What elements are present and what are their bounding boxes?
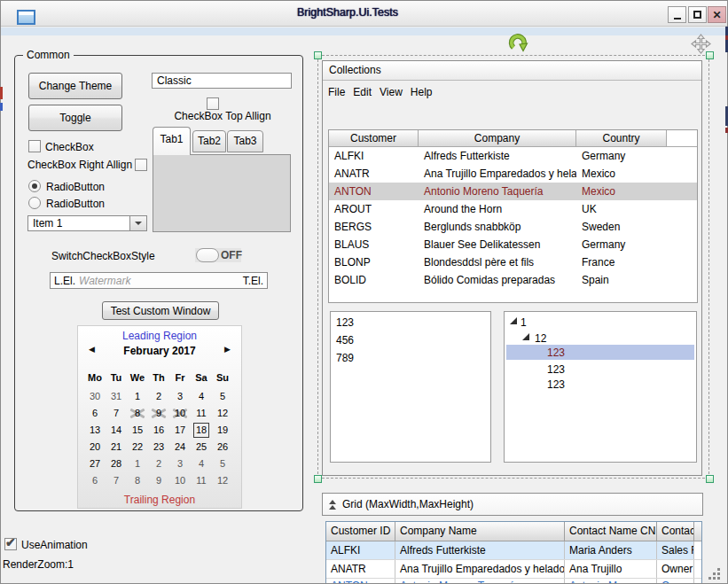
watermark-textbox[interactable]: L.El. Watermark T.El. bbox=[50, 272, 268, 289]
minimize-button[interactable] bbox=[668, 6, 686, 23]
maximize-button[interactable] bbox=[688, 6, 707, 23]
calendar-day[interactable]: 3 bbox=[169, 388, 191, 405]
calendar-day[interactable]: 5 bbox=[212, 456, 233, 472]
calendar-day[interactable]: 21 bbox=[106, 439, 127, 456]
tree-expander-icon-2[interactable] bbox=[522, 333, 529, 340]
selection-handle-topleft[interactable] bbox=[314, 51, 322, 59]
collapse-icon[interactable] bbox=[329, 500, 337, 510]
tab-tab3[interactable]: Tab3 bbox=[227, 130, 263, 152]
calendar-day[interactable]: 1 bbox=[127, 456, 148, 472]
bottom-datagrid[interactable]: Customer IDCompany NameContact Name CNCo… bbox=[325, 521, 702, 584]
table-row[interactable]: ANTONAntonio Moreno TaqueríaMexico bbox=[329, 183, 697, 200]
use-animation-checkbox[interactable]: ✔ bbox=[4, 538, 17, 550]
tree-root-label[interactable]: 1 bbox=[521, 315, 527, 330]
calendar-day[interactable]: 14 bbox=[106, 422, 127, 439]
numbers-listbox[interactable]: 123456789 bbox=[330, 311, 491, 463]
theme-textbox[interactable]: Classic bbox=[152, 73, 292, 89]
tree-child-label[interactable]: 12 bbox=[535, 331, 546, 346]
calendar-day[interactable]: 15 bbox=[127, 422, 148, 439]
treeview[interactable]: 1 12 123 123 123 bbox=[504, 311, 697, 463]
collections-header[interactable]: Collections bbox=[323, 61, 701, 81]
change-theme-button[interactable]: Change Theme bbox=[28, 73, 122, 99]
calendar-day[interactable]: 26 bbox=[212, 439, 233, 456]
list-item[interactable]: 456 bbox=[331, 331, 490, 349]
menu-item-edit[interactable]: Edit bbox=[349, 82, 375, 102]
checkbox-right-align[interactable] bbox=[135, 159, 147, 171]
calendar[interactable]: Leading Region ◀ February 2017 ▶ MoTuWeT… bbox=[77, 325, 242, 509]
tree-expander-icon[interactable] bbox=[510, 317, 517, 324]
item-combobox[interactable]: Item 1 bbox=[27, 215, 147, 231]
grid-expander-header[interactable]: Grid (MaxWidth,MaxHeight) bbox=[322, 493, 703, 516]
selection-handle-bottomright[interactable] bbox=[706, 475, 714, 483]
calendar-day[interactable]: 13 bbox=[84, 422, 106, 439]
test-custom-window-button[interactable]: Test Custom Window bbox=[102, 301, 219, 320]
resize-grip[interactable] bbox=[708, 568, 723, 582]
table-row[interactable]: AROUTAround the HornUK bbox=[329, 200, 697, 218]
calendar-day[interactable]: 18 bbox=[193, 423, 209, 438]
column-header[interactable]: Country bbox=[576, 130, 667, 147]
table-row[interactable]: ANATRAna Trujillo Emparedados y heladosA… bbox=[326, 560, 701, 579]
list-item[interactable]: 789 bbox=[331, 349, 490, 367]
column-header[interactable]: Customer ID bbox=[326, 522, 395, 541]
table-row[interactable]: ANATRAna Trujillo Emparedados y helaMexi… bbox=[329, 165, 697, 183]
calendar-day[interactable]: 3 bbox=[169, 456, 191, 472]
calendar-day[interactable]: 25 bbox=[191, 439, 212, 456]
close-button[interactable]: ✕ bbox=[708, 6, 726, 23]
calendar-month-label[interactable]: February 2017 bbox=[78, 345, 241, 357]
calendar-day[interactable]: 8 bbox=[127, 405, 148, 422]
tab-tab2[interactable]: Tab2 bbox=[192, 130, 226, 152]
table-row[interactable]: BLONPBlondesddsl père et filsFrance bbox=[329, 253, 697, 271]
calendar-day[interactable]: 11 bbox=[191, 472, 212, 489]
calendar-day[interactable]: 6 bbox=[84, 405, 106, 422]
calendar-day[interactable]: 31 bbox=[106, 388, 127, 405]
table-row[interactable]: ALFKIAlfreds FutterkisteGermany bbox=[329, 147, 697, 165]
title-bar[interactable]: BrightSharp.Ui.Tests ✕ bbox=[0, 0, 728, 27]
calendar-day[interactable]: 30 bbox=[84, 388, 106, 405]
calendar-day[interactable]: 16 bbox=[148, 422, 169, 439]
calendar-day[interactable]: 8 bbox=[127, 472, 148, 489]
tab-tab1[interactable]: Tab1 bbox=[153, 127, 191, 155]
menu-item-view[interactable]: View bbox=[376, 82, 406, 102]
table-row[interactable]: ANTONAntonio Moreno TaqueríaAntonio More… bbox=[326, 579, 701, 584]
calendar-day[interactable]: 4 bbox=[191, 388, 212, 405]
selection-handle-topright[interactable] bbox=[706, 51, 714, 59]
table-row[interactable]: BOLIDBólido Comidas preparadasSpain bbox=[329, 271, 697, 289]
toggle-button[interactable]: Toggle bbox=[28, 105, 122, 131]
menu-item-file[interactable]: File bbox=[325, 82, 348, 102]
column-header[interactable]: Company bbox=[419, 130, 576, 147]
tree-leaf-2[interactable]: 123 bbox=[547, 362, 565, 377]
calendar-day[interactable]: 19 bbox=[212, 422, 233, 439]
column-header[interactable]: Contact Name CN bbox=[565, 522, 657, 541]
calendar-day[interactable]: 2 bbox=[148, 456, 169, 472]
calendar-day[interactable]: 27 bbox=[84, 456, 106, 472]
calendar-day[interactable]: 10 bbox=[169, 472, 191, 489]
tree-leaf-selected[interactable]: 123 bbox=[547, 346, 565, 360]
calendar-day[interactable]: 5 bbox=[212, 388, 233, 405]
calendar-day[interactable]: 1 bbox=[127, 388, 148, 405]
customers-datagrid[interactable]: CustomerCompanyCountry ALFKIAlfreds Futt… bbox=[328, 129, 698, 303]
selection-handle-bottomleft[interactable] bbox=[314, 475, 322, 483]
switch-knob[interactable] bbox=[196, 248, 219, 262]
list-item[interactable]: 123 bbox=[331, 314, 490, 331]
column-header[interactable]: Customer bbox=[329, 130, 419, 147]
refresh-icon[interactable] bbox=[507, 31, 530, 54]
calendar-day[interactable]: 9 bbox=[148, 405, 169, 422]
combobox-dropdown-button[interactable] bbox=[129, 216, 146, 230]
column-header[interactable]: Contact bbox=[657, 522, 694, 541]
tree-leaf-3[interactable]: 123 bbox=[547, 378, 565, 392]
table-row[interactable]: BLAUSBlauer See DelikatessenGermany bbox=[329, 236, 697, 253]
menu-item-help[interactable]: Help bbox=[407, 82, 436, 102]
calendar-day[interactable]: 7 bbox=[106, 472, 127, 489]
calendar-day[interactable]: 22 bbox=[127, 439, 148, 456]
calendar-day[interactable]: 9 bbox=[148, 472, 169, 489]
column-header[interactable]: Company Name bbox=[395, 522, 565, 541]
calendar-day[interactable]: 23 bbox=[148, 439, 169, 456]
calendar-day[interactable]: 24 bbox=[169, 439, 191, 456]
calendar-day[interactable]: 17 bbox=[169, 422, 191, 439]
calendar-day[interactable]: 10 bbox=[169, 405, 191, 422]
calendar-day[interactable]: 11 bbox=[191, 405, 212, 422]
checkbox[interactable] bbox=[28, 140, 41, 152]
table-row[interactable]: ALFKIAlfreds FutterkisteMaria AndersSale… bbox=[326, 541, 701, 560]
calendar-next-button[interactable]: ▶ bbox=[224, 345, 231, 354]
table-row[interactable]: BERGSBerglunds snabbköpSweden bbox=[329, 218, 697, 236]
